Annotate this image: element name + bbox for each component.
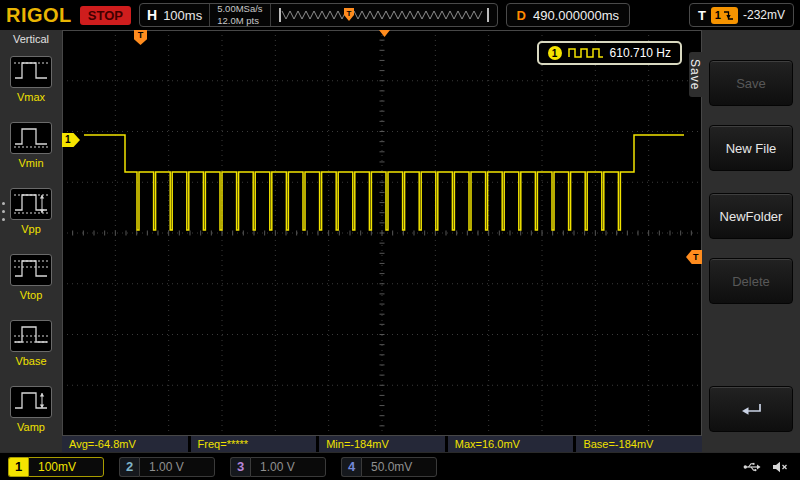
channel-1-status[interactable]: 1 100mV [8,457,104,477]
channel-4-scale: 50.0mV [361,457,437,477]
channel-status-bar: 1 100mV 2 1.00 V 3 1.00 V 4 50.0mV [0,452,800,480]
channel-4-status[interactable]: 4 50.0mV [341,457,437,477]
graticule-and-trace [62,30,702,436]
oscilloscope-screen: RIGOL STOP H 100ms 5.00MSa/s 12.0M pts T… [0,0,800,480]
measure-item-label: Vbase [15,355,46,367]
delay-label: D [517,8,526,23]
channel-2-scale: 1.00 V [139,457,215,477]
measure-item-vamp[interactable]: Vamp [0,376,62,442]
new-file-button[interactable]: New File [709,125,793,171]
rigol-logo: RIGOL [6,4,72,27]
vmax-icon [12,56,50,88]
measurement-max: Max=16.0mV [448,436,574,452]
channel-1-scale: 100mV [28,457,104,477]
measure-item-vmax[interactable]: Vmax [0,46,62,112]
horizontal-label: H [147,7,157,23]
delete-button[interactable]: Delete [709,258,793,304]
return-button[interactable] [709,386,793,432]
save-menu: Save Save New File NewFolder Delete [702,30,800,452]
system-status-icons [743,460,792,474]
vpp-icon [12,188,50,220]
channel-3-badge: 3 [230,457,250,477]
sample-rate: 5.00MSa/s [217,3,262,15]
vtop-icon [12,254,50,286]
measure-item-label: Vmin [18,157,43,169]
measurement-avg: Avg=-64.8mV [62,436,188,452]
delay-value: 490.000000ms [533,8,619,23]
trigger-source-badge: 1 [711,7,738,24]
measure-item-vbase[interactable]: Vbase [0,310,62,376]
menu-scroll-indicator[interactable] [2,202,5,221]
waveform-display: T 1 T 1 610.710 Hz Avg=-64.8mV Freq=****… [62,30,702,452]
measure-item-label: Vmax [17,91,45,103]
channel-3-status[interactable]: 3 1.00 V [230,457,326,477]
menu-title-tab: Save [689,52,702,97]
new-folder-button[interactable]: NewFolder [709,193,793,239]
save-button[interactable]: Save [709,60,793,106]
measure-menu: Vertical Vmax Vmin Vpp Vtop Vbase [0,30,62,452]
timebase-segment[interactable]: H 100ms [140,4,209,26]
measurement-freq: Freq=***** [191,436,317,452]
measurement-base: Base=-184mV [576,436,702,452]
measure-item-label: Vamp [17,421,45,433]
freq-counter-value: 610.710 Hz [610,46,671,60]
measure-item-label: Vpp [21,223,41,235]
trigger-group[interactable]: T 1 -232mV [689,3,794,27]
svg-text:T: T [346,9,351,18]
horizontal-group: H 100ms 5.00MSa/s 12.0M pts T [139,3,498,27]
measure-item-vmin[interactable]: Vmin [0,112,62,178]
delay-group[interactable]: D 490.000000ms [506,3,630,27]
top-status-bar: RIGOL STOP H 100ms 5.00MSa/s 12.0M pts T… [0,0,800,30]
channel-4-badge: 4 [341,457,361,477]
channel-1-badge: 1 [8,457,28,477]
timebase-value: 100ms [163,8,202,23]
square-wave-icon [568,47,604,59]
measure-item-vtop[interactable]: Vtop [0,244,62,310]
measurement-bar: Avg=-64.8mV Freq=***** Min=-184mV Max=16… [62,436,702,452]
vamp-icon [12,386,50,418]
vbase-icon [12,320,50,352]
acquisition-segment: 5.00MSa/s 12.0M pts [209,4,269,26]
channel-2-status[interactable]: 2 1.00 V [119,457,215,477]
speaker-muted-icon [772,460,788,474]
horizontal-position-indicator[interactable]: T [270,4,497,26]
measure-item-vpp[interactable]: Vpp [0,178,62,244]
main-area: Vertical Vmax Vmin Vpp Vtop Vbase [0,30,800,452]
channel-2-badge: 2 [119,457,139,477]
freq-counter-channel-badge: 1 [548,46,562,60]
measure-item-label: Vtop [20,289,43,301]
channel-3-scale: 1.00 V [250,457,326,477]
run-state-badge[interactable]: STOP [80,6,131,25]
return-arrow-icon [739,401,763,418]
measurement-min: Min=-184mV [319,436,445,452]
measure-menu-title: Vertical [13,33,49,45]
vmin-icon [12,122,50,154]
trigger-source-channel: 1 [715,9,721,21]
usb-icon [743,460,761,474]
frequency-counter: 1 610.710 Hz [537,41,682,65]
memory-overview-icon: T [278,7,490,23]
falling-edge-icon [723,10,734,21]
memory-depth: 12.0M pts [217,15,262,27]
trigger-level-value: -232mV [743,8,785,22]
trigger-label: T [698,8,706,23]
